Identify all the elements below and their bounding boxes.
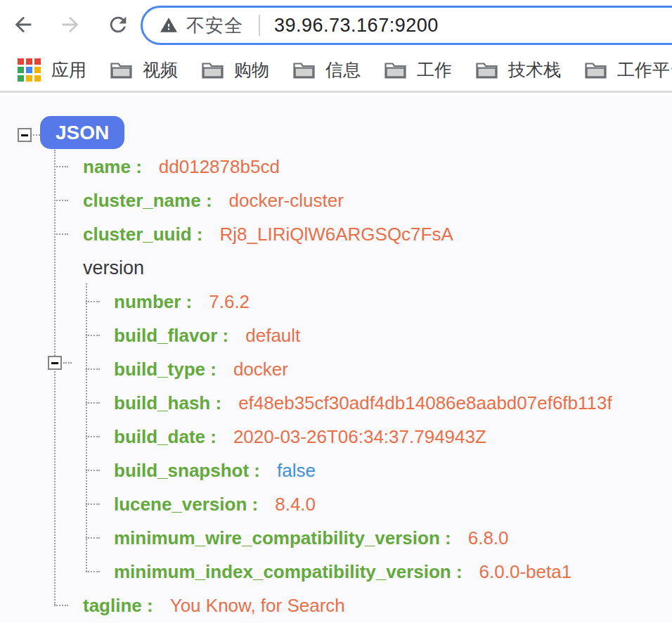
json-colon: : [142,595,153,617]
json-value: 6.8.0 [468,527,509,549]
bookmark-label: 视频 [143,58,178,82]
json-key: number [114,291,181,313]
bookmarks-bar: 应用 视频 购物 信息 工作 技术栈 工作平台 [0,49,672,93]
json-value: ef48eb35cf30adf4db14086e8aabd07ef6fb113f [238,392,612,414]
json-colon: : [440,527,451,549]
reload-icon [106,13,130,39]
tree-connector [86,503,100,505]
json-row-build-hash: build_hash : ef48eb35cf30adf4db14086e8aa… [0,386,672,420]
json-key: build_date [114,426,205,448]
json-value: default [245,325,300,347]
json-colon: : [131,156,142,178]
json-key: build_snapshot [114,460,249,482]
json-colon: : [192,224,203,245]
json-object-key: version [83,257,144,279]
json-colon: : [217,325,228,347]
tree-connector [86,470,100,471]
tree-connector [54,200,68,201]
json-value: Rj8_LIRiQlW6ARGSQc7FsA [219,224,453,245]
minus-icon [21,134,28,136]
browser-window: { "browser": { "security_label": "不安全", … [0,0,672,623]
json-colon: : [205,359,217,380]
json-row-build-flavor: build_flavor : default [0,319,672,352]
json-colon: : [205,426,217,448]
tree-connector [86,402,100,404]
bookmark-label: 应用 [51,58,86,82]
address-bar[interactable]: 不安全 39.96.73.167:9200 [141,6,672,45]
json-row-cluster-uuid: cluster_uuid : Rj8_LIRiQlW6ARGSQc7FsA [0,217,672,251]
tree-connector [86,571,100,572]
tree-connector [86,301,100,302]
json-value: 2020-03-26T06:34:37.794943Z [233,426,486,448]
json-key: name [83,156,131,178]
bookmark-label: 购物 [234,58,269,82]
json-row-tagline: tagline : You Know, for Search [0,589,672,622]
forward-arrow-icon [58,13,82,39]
tree-connector [54,605,68,606]
apps-grid-icon [18,58,41,82]
json-value: dd012878b5cd [159,156,280,178]
json-row-build-snapshot: build_snapshot : false [0,454,672,487]
folder-icon [293,61,315,79]
folder-icon [385,61,406,79]
json-key: build_type [114,359,205,380]
json-row-version: version [0,251,672,285]
json-colon: : [210,392,221,414]
json-colon: : [247,494,258,515]
bookmark-label: 工作平台 [617,58,672,82]
json-key: build_flavor [114,325,217,347]
json-value-boolean: false [277,460,316,482]
json-row-number: number : 7.6.2 [0,285,672,319]
json-row-lucene-version: lucene_version : 8.4.0 [0,487,672,521]
json-key: lucene_version [114,494,247,515]
json-value: 8.4.0 [275,494,316,515]
url-text: 39.96.73.167:9200 [274,15,439,37]
bookmark-folder-shopping[interactable]: 购物 [202,58,269,82]
folder-icon [476,61,498,79]
json-key: build_hash [114,392,210,414]
json-row-name: name : dd012878b5cd [0,150,672,184]
collapse-toggle-root[interactable] [18,128,32,142]
json-colon: : [181,291,192,313]
json-viewer-page: JSON name : dd012878b5cd cluster_name : … [0,95,672,623]
bookmark-label: 技术栈 [508,58,561,82]
tree-connector [54,166,68,167]
back-button[interactable] [8,10,39,41]
json-value: docker-cluster [229,190,344,212]
reload-button[interactable] [103,10,134,41]
json-colon: : [249,460,260,482]
bookmark-folder-info[interactable]: 信息 [293,58,361,82]
json-key: cluster_name [83,190,201,212]
omnibox-separator [259,15,260,36]
folder-icon [110,61,132,79]
back-arrow-icon [11,13,35,39]
json-row-build-date: build_date : 2020-03-26T06:34:37.794943Z [0,420,672,454]
tree-connector [86,368,100,370]
json-row-cluster-name: cluster_name : docker-cluster [0,184,672,217]
json-colon: : [201,190,212,212]
json-row-min-index-compat: minimum_index_compatibility_version : 6.… [0,555,672,589]
bookmark-apps[interactable]: 应用 [18,58,86,82]
forward-button[interactable] [55,10,86,41]
json-row-min-wire-compat: minimum_wire_compatibility_version : 6.8… [0,521,672,555]
json-key: tagline [83,595,142,617]
json-colon: : [451,561,463,583]
tree-connector [86,335,100,336]
bookmark-label: 信息 [325,58,361,82]
tree-connector [54,233,68,235]
json-key: minimum_wire_compatibility_version [114,527,440,549]
bookmark-label: 工作 [417,58,452,82]
security-status-label[interactable]: 不安全 [186,13,243,38]
bookmark-folder-video[interactable]: 视频 [110,58,178,82]
folder-icon [585,61,607,79]
tree-connector [86,436,100,437]
bookmark-folder-workplatform[interactable]: 工作平台 [585,58,672,82]
tree-connector [86,537,100,539]
folder-icon [202,61,224,79]
json-value: docker [233,359,288,380]
json-key: minimum_index_compatibility_version [114,561,451,583]
bookmark-folder-techstack[interactable]: 技术栈 [476,58,561,82]
browser-toolbar: 不安全 39.96.73.167:9200 [0,0,672,49]
json-root-badge[interactable]: JSON [40,116,124,149]
bookmark-folder-work[interactable]: 工作 [385,58,452,82]
